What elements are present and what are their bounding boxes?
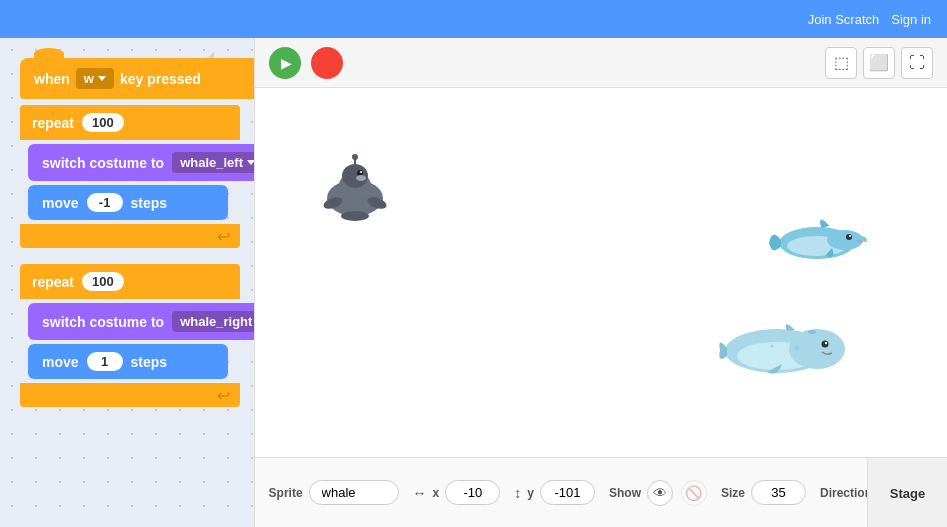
seal-sprite[interactable] (315, 148, 395, 239)
green-flag-button[interactable] (269, 47, 301, 79)
y-label: y (527, 486, 534, 500)
move1-value: -1 (87, 193, 123, 212)
x-label: x (433, 486, 440, 500)
sprite-panel: Sprite ↔ x ↕ y Show 👁 🚫 S (255, 457, 947, 527)
sign-in-link[interactable]: Sign in (891, 12, 931, 27)
size-label: Size (721, 486, 745, 500)
x-arrows-icon: ↔ (413, 485, 427, 501)
repeat2-close: ↩ (20, 383, 240, 407)
x-field-group: ↔ x (413, 480, 501, 505)
fullscreen-button[interactable]: ⛶ (901, 47, 933, 79)
repeat1-inner: switch costume to whale_left move -1 ste… (28, 140, 254, 224)
svg-point-22 (808, 330, 816, 334)
move2-steps: steps (131, 354, 168, 370)
top-nav: Join Scratch Sign in (0, 0, 947, 38)
svg-point-15 (849, 235, 851, 237)
show-hidden-icon[interactable]: 🚫 (681, 480, 707, 506)
sprite-name-group: Sprite (269, 480, 399, 505)
stage-canvas (255, 88, 947, 457)
svg-point-20 (822, 341, 829, 348)
repeat-group-1: repeat 100 switch costume to whale_left (20, 105, 234, 248)
repeat1-close: ↩ (20, 224, 240, 248)
svg-point-4 (360, 171, 362, 173)
y-arrows-icon: ↕ (514, 485, 521, 501)
x-input[interactable] (445, 480, 500, 505)
svg-point-8 (341, 211, 369, 221)
repeat1-count: 100 (82, 113, 124, 132)
costume2-dropdown[interactable]: whale_right (172, 311, 253, 332)
main-layout: 🐋 when w key pressed repeat 100 (0, 38, 947, 527)
sprite-label: Sprite (269, 486, 303, 500)
size-group: Size (721, 480, 806, 505)
svg-line-16 (857, 241, 863, 242)
key-dropdown[interactable]: w (76, 68, 114, 89)
repeat2-inner: switch costume to whale_right move 1 ste… (28, 299, 254, 383)
stop-button[interactable] (311, 47, 343, 79)
move1-steps: steps (131, 195, 168, 211)
y-input[interactable] (540, 480, 595, 505)
code-area: 🐋 when w key pressed repeat 100 (0, 38, 254, 527)
size-input[interactable] (751, 480, 806, 505)
key-dropdown-arrow (98, 76, 106, 81)
svg-point-5 (356, 175, 366, 181)
switch1-label: switch costume to (42, 155, 164, 171)
costume1-value: whale_left (180, 155, 243, 170)
svg-point-24 (771, 345, 774, 348)
move2-value: 1 (87, 352, 123, 371)
key-value: w (84, 71, 94, 86)
costume2-value: whale_right (180, 314, 252, 329)
large-stage-button[interactable]: ⬜ (863, 47, 895, 79)
svg-point-13 (827, 230, 863, 250)
stage-tab[interactable]: Stage (867, 458, 947, 527)
stage-toolbar: ⬚ ⬜ ⛶ (255, 38, 947, 88)
repeat1-arrow-icon: ↩ (217, 227, 230, 246)
svg-point-10 (352, 154, 358, 160)
repeat-block-2[interactable]: repeat 100 (20, 264, 240, 299)
move-block-1[interactable]: move -1 steps (28, 185, 228, 220)
stage-tab-label: Stage (890, 486, 925, 501)
svg-point-23 (795, 346, 799, 350)
costume1-dropdown[interactable]: whale_left (172, 152, 253, 173)
move-block-2[interactable]: move 1 steps (28, 344, 228, 379)
direction-label: Direction (820, 486, 872, 500)
small-stage-button[interactable]: ⬚ (825, 47, 857, 79)
whale-sprite[interactable] (717, 306, 847, 397)
hat-pressed-label: key pressed (120, 71, 201, 87)
switch-costume-block-1[interactable]: switch costume to whale_left (28, 144, 254, 181)
block-editor: when w key pressed repeat 100 switc (0, 38, 254, 437)
switch-costume-block-2[interactable]: switch costume to whale_right (28, 303, 254, 340)
repeat1-container: switch costume to whale_left move -1 ste… (20, 140, 234, 224)
stage-controls: ⬚ ⬜ ⛶ (825, 47, 933, 79)
repeat1-label: repeat (32, 115, 74, 131)
y-field-group: ↕ y (514, 480, 595, 505)
show-visible-icon[interactable]: 👁 (647, 480, 673, 506)
sprite-name-input[interactable] (309, 480, 399, 505)
hat-when-label: when (34, 71, 70, 87)
costume1-arrow (247, 160, 254, 165)
svg-point-21 (825, 342, 827, 344)
hat-block[interactable]: when w key pressed (20, 58, 254, 99)
repeat-block-1[interactable]: repeat 100 (20, 105, 240, 140)
join-scratch-link[interactable]: Join Scratch (808, 12, 880, 27)
repeat2-label: repeat (32, 274, 74, 290)
stage-area: ⬚ ⬜ ⛶ (254, 38, 947, 527)
move1-label: move (42, 195, 79, 211)
repeat-group-2: repeat 100 switch costume to whale_right (20, 264, 234, 407)
switch2-label: switch costume to (42, 314, 164, 330)
dolphin-sprite[interactable] (767, 198, 867, 289)
repeat2-container: switch costume to whale_right move 1 ste… (20, 299, 234, 383)
show-group: Show 👁 🚫 (609, 480, 707, 506)
repeat2-count: 100 (82, 272, 124, 291)
svg-point-14 (846, 234, 852, 240)
show-label: Show (609, 486, 641, 500)
move2-label: move (42, 354, 79, 370)
show-icons: 👁 🚫 (647, 480, 707, 506)
repeat2-arrow-icon: ↩ (217, 386, 230, 405)
